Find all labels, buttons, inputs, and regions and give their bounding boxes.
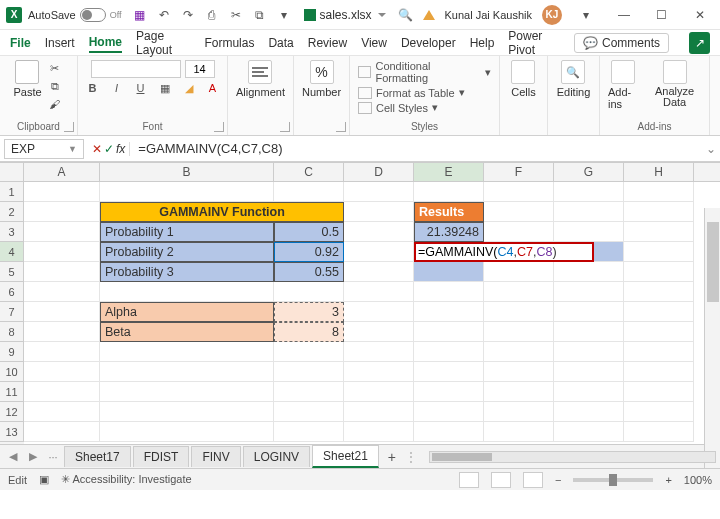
sheet-tab-sheet17[interactable]: Sheet17	[64, 446, 131, 467]
sheet-tab-loginv[interactable]: LOGINV	[243, 446, 310, 467]
cell-e5[interactable]	[414, 262, 484, 282]
cell-prob1-value[interactable]: 0.5	[274, 222, 344, 242]
cell-prob3-label[interactable]: Probability 3	[100, 262, 274, 282]
select-all-corner[interactable]	[0, 163, 24, 181]
bold-button[interactable]: B	[84, 80, 102, 96]
col-header-e[interactable]: E	[414, 163, 484, 181]
analyze-data-button[interactable]: Analyze Data	[648, 60, 701, 110]
col-header-a[interactable]: A	[24, 163, 100, 181]
cell-prob1-label[interactable]: Probability 1	[100, 222, 274, 242]
cell-beta-label[interactable]: Beta	[100, 322, 274, 342]
user-avatar[interactable]: KJ	[542, 5, 562, 25]
cell-styles-button[interactable]: Cell Styles▾	[358, 101, 438, 114]
tab-help[interactable]: Help	[470, 34, 495, 52]
expand-formula-bar-button[interactable]: ⌄	[702, 142, 720, 156]
font-size-select[interactable]	[185, 60, 215, 78]
col-header-c[interactable]: C	[274, 163, 344, 181]
cells-area[interactable]: GAMMAINV Function Results Probability 1 …	[24, 182, 720, 444]
font-color-button[interactable]: A	[204, 80, 222, 96]
row-header-6[interactable]: 6	[0, 282, 24, 302]
row-header-4[interactable]: 4	[0, 242, 24, 262]
alignment-launcher-icon[interactable]	[280, 122, 290, 132]
row-header-5[interactable]: 5	[0, 262, 24, 282]
scroll-thumb[interactable]	[432, 453, 492, 461]
cut-icon[interactable]: ✂	[228, 7, 244, 23]
autosave-toggle[interactable]	[80, 8, 106, 22]
tab-view[interactable]: View	[361, 34, 387, 52]
tab-home[interactable]: Home	[89, 33, 122, 53]
row-header-13[interactable]: 13	[0, 422, 24, 442]
tab-page-layout[interactable]: Page Layout	[136, 27, 190, 59]
alignment-button[interactable]: Alignment	[236, 60, 285, 98]
format-as-table-button[interactable]: Format as Table▾	[358, 86, 465, 99]
row-header-8[interactable]: 8	[0, 322, 24, 342]
accessibility-status[interactable]: ✳ Accessibility: Investigate	[61, 473, 192, 486]
cell-edit-overlay[interactable]: =GAMMAINV(C4,C7,C8)	[414, 242, 594, 262]
copy-button[interactable]: ⧉	[46, 78, 64, 94]
enter-formula-button[interactable]: ✓	[104, 142, 114, 156]
minimize-button[interactable]: —	[610, 1, 638, 29]
col-header-h[interactable]: H	[624, 163, 694, 181]
cells-button[interactable]: Cells	[511, 60, 535, 98]
view-normal-button[interactable]	[459, 472, 479, 488]
tab-file[interactable]: File	[10, 34, 31, 52]
maximize-button[interactable]: ☐	[648, 1, 676, 29]
cell-result1[interactable]: 21.39248	[414, 222, 484, 242]
paste-button[interactable]: Paste	[13, 60, 41, 112]
view-page-layout-button[interactable]	[491, 472, 511, 488]
row-header-9[interactable]: 9	[0, 342, 24, 362]
zoom-in-button[interactable]: +	[665, 474, 671, 486]
editing-button[interactable]: 🔍 Editing	[557, 60, 591, 98]
ribbon-options-icon[interactable]: ▾	[572, 1, 600, 29]
save-icon[interactable]: ▦	[132, 7, 148, 23]
font-name-select[interactable]	[91, 60, 181, 78]
warning-icon[interactable]	[423, 10, 435, 20]
formula-input[interactable]: =GAMMAINV(C4,C7,C8)	[130, 139, 702, 158]
row-header-2[interactable]: 2	[0, 202, 24, 222]
tab-insert[interactable]: Insert	[45, 34, 75, 52]
sheet-tab-sheet21[interactable]: Sheet21	[312, 445, 379, 468]
fill-color-button[interactable]: ◢	[180, 80, 198, 96]
sheet-nav-prev[interactable]: ◀	[4, 450, 22, 463]
macro-record-icon[interactable]: ▣	[39, 473, 49, 486]
copy-icon[interactable]: ⧉	[252, 7, 268, 23]
col-header-f[interactable]: F	[484, 163, 554, 181]
zoom-out-button[interactable]: −	[555, 474, 561, 486]
col-header-g[interactable]: G	[554, 163, 624, 181]
search-icon[interactable]: 🔍	[398, 8, 413, 22]
new-sheet-button[interactable]: +	[381, 449, 403, 465]
format-painter-button[interactable]: 🖌	[46, 96, 64, 112]
autosave-control[interactable]: AutoSave Off	[28, 8, 122, 22]
cell-prob2-label[interactable]: Probability 2	[100, 242, 274, 262]
tab-developer[interactable]: Developer	[401, 34, 456, 52]
cancel-formula-button[interactable]: ✕	[92, 142, 102, 156]
cell-title[interactable]: GAMMAINV Function	[100, 202, 344, 222]
fx-icon[interactable]: fx	[116, 142, 125, 156]
row-header-10[interactable]: 10	[0, 362, 24, 382]
view-page-break-button[interactable]	[523, 472, 543, 488]
cell-beta-value[interactable]: 8	[274, 322, 344, 342]
sheet-tab-fdist[interactable]: FDIST	[133, 446, 190, 467]
number-launcher-icon[interactable]	[336, 122, 346, 132]
row-header-11[interactable]: 11	[0, 382, 24, 402]
cell-prob3-value[interactable]: 0.55	[274, 262, 344, 282]
print-icon[interactable]: ⎙	[204, 7, 220, 23]
redo-icon[interactable]: ↷	[180, 7, 196, 23]
cut-button[interactable]: ✂	[46, 60, 64, 76]
row-header-7[interactable]: 7	[0, 302, 24, 322]
conditional-formatting-button[interactable]: Conditional Formatting▾	[358, 60, 491, 84]
italic-button[interactable]: I	[108, 80, 126, 96]
tab-power-pivot[interactable]: Power Pivot	[508, 27, 560, 59]
col-header-d[interactable]: D	[344, 163, 414, 181]
scroll-thumb[interactable]	[707, 222, 719, 302]
tab-formulas[interactable]: Formulas	[204, 34, 254, 52]
filename-display[interactable]: sales.xlsx	[304, 8, 386, 22]
col-header-b[interactable]: B	[100, 163, 274, 181]
border-button[interactable]: ▦	[156, 80, 174, 96]
close-button[interactable]: ✕	[686, 1, 714, 29]
zoom-level[interactable]: 100%	[684, 474, 712, 486]
row-header-3[interactable]: 3	[0, 222, 24, 242]
vertical-scrollbar[interactable]	[704, 208, 720, 468]
tab-review[interactable]: Review	[308, 34, 347, 52]
tab-data[interactable]: Data	[268, 34, 293, 52]
